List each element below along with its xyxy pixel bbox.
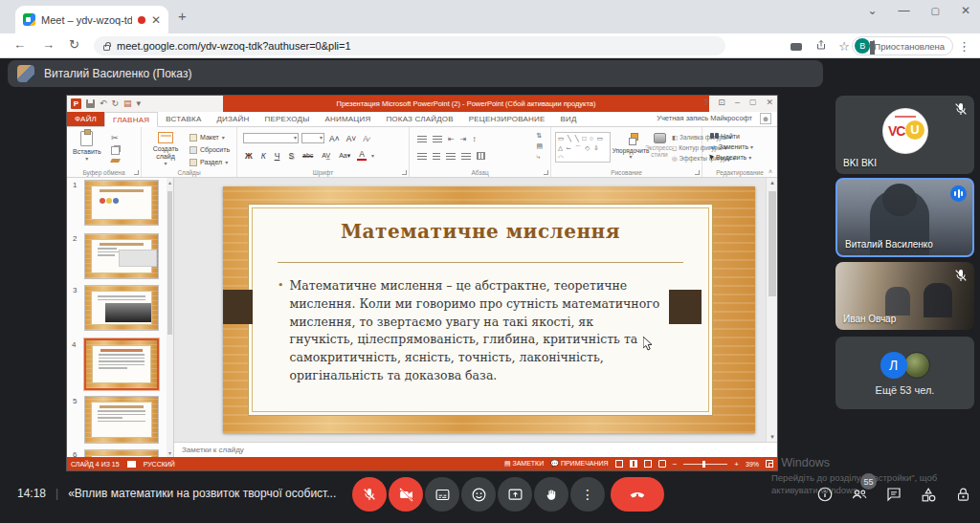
save-icon[interactable] — [86, 99, 95, 108]
share-icon[interactable] — [815, 39, 827, 54]
collapse-ribbon-icon[interactable]: ˄ — [768, 168, 772, 175]
align-left-icon[interactable] — [417, 153, 427, 160]
leave-call-button[interactable] — [611, 477, 664, 512]
numbering-icon[interactable] — [433, 136, 442, 142]
minimize-button[interactable]: — — [898, 4, 909, 17]
arrange-button[interactable]: Упорядочить▾ — [614, 133, 647, 161]
tab-design[interactable]: ДИЗАЙН — [209, 112, 256, 126]
tab-review[interactable]: РЕЦЕНЗИРОВАНИЕ — [461, 112, 553, 126]
comments-toggle[interactable]: 💬 ПРИМЕЧАНИЯ — [550, 460, 608, 468]
reload-icon[interactable]: ↻ — [69, 37, 79, 52]
thumbnail-slide-6[interactable]: 6 — [84, 449, 159, 457]
tab-slideshow[interactable]: ПОКАЗ СЛАЙДОВ — [378, 112, 460, 126]
profile-chip[interactable]: В Приостановлена — [852, 36, 953, 55]
line-spacing-icon[interactable]: ↕ — [472, 135, 476, 143]
italic-button[interactable]: К — [259, 151, 268, 161]
normal-view-icon[interactable] — [615, 460, 623, 468]
paste-button[interactable]: Вставить▾ — [73, 131, 101, 163]
clear-formatting-icon[interactable]: A̷ — [361, 134, 370, 143]
ppt-restore-icon[interactable]: ▢ — [749, 98, 757, 107]
font-name-select[interactable] — [243, 133, 299, 143]
align-text-icon[interactable]: ▤ — [536, 142, 543, 150]
drawing-dialog-launcher[interactable] — [695, 170, 700, 175]
redo-icon[interactable]: ↻ — [112, 98, 120, 109]
paragraph-dialog-launcher[interactable] — [544, 170, 548, 175]
change-case-icon[interactable]: Aa▾ — [337, 152, 352, 160]
thumb-scroll-down-icon[interactable]: ▾ — [167, 449, 173, 456]
text-direction-icon[interactable]: ⇅ — [536, 132, 543, 140]
participant-tile-ovchar[interactable]: Иван Овчар — [835, 262, 974, 330]
align-center-icon[interactable] — [433, 153, 440, 160]
new-tab-button[interactable]: + — [178, 8, 187, 24]
bullets-icon[interactable] — [417, 136, 427, 142]
zoom-slider[interactable] — [683, 464, 727, 465]
tab-home[interactable]: ГЛАВНАЯ — [104, 112, 158, 127]
quick-styles-button[interactable]: Экспресс-стили — [645, 133, 674, 159]
section-button[interactable]: Раздел▾ — [189, 157, 230, 167]
participant-tile-vasilenko[interactable]: Виталий Василенко — [835, 178, 974, 257]
start-slideshow-icon[interactable]: ▤ — [123, 98, 132, 109]
fit-to-window-icon[interactable] — [766, 460, 773, 468]
font-dialog-launcher[interactable] — [402, 170, 407, 175]
tab-transitions[interactable]: ПЕРЕХОДЫ — [257, 112, 318, 126]
increase-indent-icon[interactable]: ⇥ — [460, 135, 467, 143]
strikethrough-button[interactable]: abc — [301, 152, 315, 159]
font-size-select[interactable] — [301, 133, 324, 143]
qat-menu-icon[interactable]: ▾ — [137, 98, 142, 109]
slide-sorter-icon[interactable] — [630, 460, 637, 468]
thumbnail-slide-5[interactable]: 5 — [84, 396, 159, 444]
bold-button[interactable]: Ж — [243, 151, 255, 161]
text-shadow-button[interactable]: S — [286, 151, 296, 161]
select-button[interactable]: Выделить ▾ — [710, 154, 753, 161]
columns-icon[interactable] — [477, 152, 485, 160]
spellcheck-icon[interactable] — [127, 461, 136, 468]
zoom-in-icon[interactable]: + — [734, 460, 739, 469]
language-indicator[interactable]: РУССКИЙ — [144, 461, 175, 468]
ppt-logo-icon[interactable]: P — [71, 98, 81, 109]
bookmark-star-icon[interactable]: ☆ — [838, 39, 850, 54]
notes-toggle[interactable]: ▤ ЗАМЕТКИ — [504, 460, 544, 468]
mic-toggle-button[interactable] — [352, 477, 387, 512]
shapes-gallery[interactable]: ▭ ╲ ╲ □ ○ ▭△ ⌙ ⌒ ◇ ⇩ ◠☆ ∿ ( ) ☆ — [555, 132, 611, 163]
current-slide[interactable]: Математичне мислення • Математичне мисле… — [223, 186, 755, 433]
tab-file[interactable]: ФАЙЛ — [67, 112, 104, 126]
account-avatar-icon[interactable]: ☻ — [760, 113, 771, 124]
tab-close-icon[interactable]: ✕ — [151, 13, 161, 27]
zoom-level[interactable]: 39% — [746, 461, 759, 468]
participant-tile-bki[interactable]: VC U BKI BKI — [835, 96, 974, 174]
zoom-out-icon[interactable]: − — [673, 460, 678, 469]
thumbnail-scrollbar[interactable]: ▴ ▾ — [167, 178, 173, 457]
font-color-caret[interactable]: ▾ — [371, 152, 374, 159]
format-painter-icon[interactable] — [110, 159, 121, 163]
layout-button[interactable]: Макет▾ — [189, 132, 230, 142]
address-bar[interactable]: meet.google.com/ydv-wzoq-tdk?authuser=0&… — [94, 36, 725, 55]
replace-button[interactable]: ab Заменить ▾ — [710, 143, 753, 150]
raise-hand-button[interactable] — [534, 477, 568, 512]
smartart-convert-icon[interactable]: ⤷ — [536, 153, 543, 161]
character-spacing-icon[interactable]: AV̲ — [320, 152, 332, 159]
tab-view[interactable]: ВИД — [553, 112, 585, 126]
copy-icon[interactable] — [111, 146, 120, 155]
browser-tab[interactable]: Meet – ydv-wzoq-tdk ✕ — [15, 6, 168, 33]
captions-button[interactable] — [425, 477, 459, 512]
undo-icon[interactable]: ↶ — [100, 98, 107, 109]
more-options-button[interactable]: ⋮ — [570, 477, 605, 512]
close-button[interactable]: ✕ — [961, 4, 970, 17]
slideshow-icon[interactable] — [658, 460, 666, 468]
notes-pane[interactable]: Заметки к слайду — [174, 442, 777, 457]
thumbnail-slide-3[interactable]: 3 — [84, 285, 159, 331]
media-control-icon[interactable] — [791, 40, 802, 54]
tab-animations[interactable]: АНИМАЦИЯ — [318, 112, 379, 126]
tab-search-icon[interactable]: ⌄ — [867, 4, 877, 17]
justify-icon[interactable] — [461, 153, 471, 160]
font-color-button[interactable]: A — [357, 150, 367, 161]
ppt-close-icon[interactable]: ✕ — [766, 98, 773, 107]
thumbnail-slide-1[interactable]: 1 — [84, 180, 159, 226]
thumbnail-slide-4-selected[interactable]: 4 — [84, 338, 159, 390]
reading-view-icon[interactable] — [644, 460, 652, 468]
find-button[interactable]: Найти — [710, 133, 753, 140]
increase-font-icon[interactable]: A˄ — [327, 134, 342, 143]
canvas-scroll-down-icon[interactable]: ▾ — [767, 433, 777, 441]
cut-icon[interactable]: ✂ — [111, 133, 120, 142]
tab-insert[interactable]: ВСТАВКА — [158, 112, 209, 126]
